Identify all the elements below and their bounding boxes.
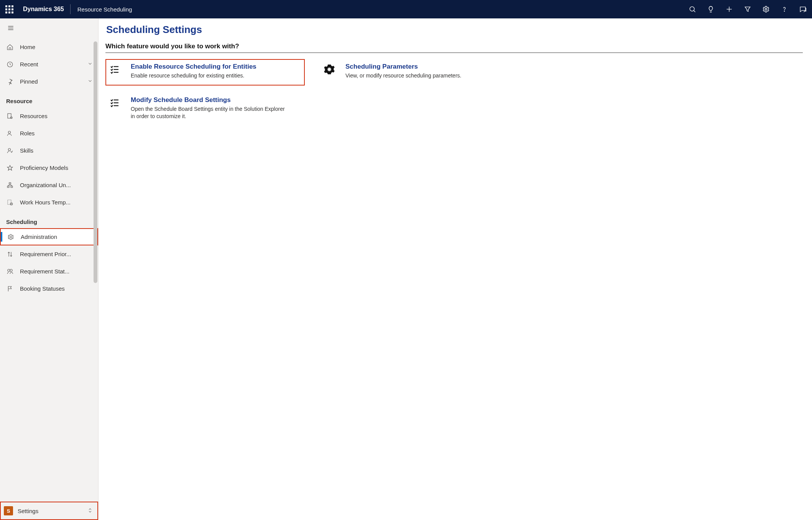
brand-label[interactable]: Dynamics 365 (18, 6, 69, 13)
org-icon (6, 181, 14, 189)
updown-icon (87, 507, 94, 515)
template-icon (6, 199, 14, 206)
skill-icon (6, 147, 14, 155)
nav-roles[interactable]: Roles (0, 125, 98, 142)
shell: Home Recent Pinned Resource Resources (0, 18, 812, 520)
funnel-icon (744, 5, 751, 13)
svg-point-12 (8, 131, 11, 133)
sidebar-scrollbar-thumb[interactable] (94, 41, 97, 283)
nav-recent-label: Recent (20, 61, 81, 67)
chat-icon (799, 5, 807, 13)
gear-icon (322, 63, 337, 75)
settings-button[interactable] (757, 0, 775, 18)
search-button[interactable] (683, 0, 702, 18)
nav-item-label: Roles (20, 130, 94, 137)
nav-item-label: Requirement Stat... (20, 268, 94, 275)
tile-title: Enable Resource Scheduling for Entities (131, 63, 301, 71)
nav-item-label: Requirement Prior... (20, 251, 94, 257)
filter-button[interactable] (738, 0, 757, 18)
nav-work-hours[interactable]: Work Hours Temp... (0, 194, 98, 211)
topbar: Dynamics 365 Resource Scheduling (0, 0, 812, 18)
svg-rect-16 (11, 186, 13, 188)
topbar-separator (70, 4, 71, 14)
chevron-down-icon (87, 61, 94, 67)
tile-column-1: Enable Resource Scheduling for Entities … (105, 59, 305, 126)
tile-desc: Open the Schedule Board Settings entity … (131, 105, 288, 120)
svg-point-21 (10, 269, 12, 272)
nav-item-label: Proficiency Models (20, 165, 94, 171)
star-icon (6, 164, 14, 172)
nav-pinned[interactable]: Pinned (0, 73, 98, 90)
flag-icon (6, 285, 14, 293)
svg-rect-15 (7, 186, 9, 188)
search-icon (689, 5, 696, 13)
clock-icon (6, 61, 14, 68)
sidebar-header (0, 18, 98, 38)
sidebar-toggle-button[interactable] (7, 25, 15, 33)
question-icon (781, 5, 788, 13)
area-label: Settings (18, 508, 83, 514)
page-title: Scheduling Settings (106, 24, 803, 36)
nav-skills[interactable]: Skills (0, 142, 98, 159)
nav-org-units[interactable]: Organizational Un... (0, 176, 98, 194)
nav-group-scheduling: Scheduling (0, 211, 98, 228)
svg-point-19 (10, 236, 12, 238)
svg-point-11 (11, 117, 13, 118)
checklist-icon (107, 96, 122, 109)
area-badge: S (4, 506, 13, 515)
nav-group-resource: Resource (0, 90, 98, 107)
tile-title: Modify Schedule Board Settings (131, 96, 301, 104)
nav-home[interactable]: Home (0, 38, 98, 56)
nav-administration[interactable]: Administration (0, 228, 98, 245)
tile-desc: Enable resource scheduling for existing … (131, 72, 288, 79)
app-name-crumb[interactable]: Resource Scheduling (72, 6, 138, 13)
nav-item-label: Work Hours Temp... (20, 199, 94, 206)
nav-booking-statuses[interactable]: Booking Statuses (0, 280, 98, 297)
gear-icon (762, 5, 770, 13)
svg-point-0 (690, 7, 694, 11)
waffle-icon (5, 5, 13, 13)
svg-line-1 (694, 10, 695, 12)
nav-item-label: Resources (20, 113, 94, 119)
pin-icon (6, 78, 14, 86)
nav-req-statuses[interactable]: Requirement Stat... (0, 263, 98, 280)
help-button[interactable] (775, 0, 794, 18)
svg-rect-17 (8, 200, 11, 204)
section-question: Which feature would you like to work wit… (105, 43, 803, 53)
chat-button[interactable] (794, 0, 812, 18)
sidebar: Home Recent Pinned Resource Resources (0, 18, 99, 520)
nav-req-priorities[interactable]: Requirement Prior... (0, 245, 98, 263)
assistant-button[interactable] (702, 0, 720, 18)
svg-rect-14 (9, 183, 11, 184)
nav-item-label: Administration (21, 234, 93, 240)
nav-resources[interactable]: Resources (0, 107, 98, 125)
nav-item-label: Skills (20, 147, 94, 154)
checklist-icon (107, 63, 122, 75)
content-area: Scheduling Settings Which feature would … (99, 18, 812, 520)
tile-title: Scheduling Parameters (345, 63, 516, 71)
nav-pinned-label: Pinned (20, 78, 81, 85)
tile-enable-rs-entities[interactable]: Enable Resource Scheduling for Entities … (105, 59, 305, 86)
svg-point-20 (8, 269, 10, 272)
tile-column-2: Scheduling Parameters View, or modify re… (320, 59, 519, 126)
tile-modify-schedule-board[interactable]: Modify Schedule Board Settings Open the … (105, 92, 305, 126)
nav-home-label: Home (20, 44, 94, 50)
chevron-down-icon (87, 78, 94, 85)
area-switcher[interactable]: S Settings (0, 502, 98, 520)
app-launcher-button[interactable] (0, 0, 18, 18)
priority-icon (6, 250, 14, 258)
topbar-icons (683, 0, 812, 18)
tile-scheduling-parameters[interactable]: Scheduling Parameters View, or modify re… (320, 59, 519, 86)
home-icon (6, 43, 14, 51)
svg-point-13 (8, 148, 11, 151)
plus-icon (725, 5, 733, 13)
svg-point-5 (784, 11, 784, 11)
nav-proficiency[interactable]: Proficiency Models (0, 159, 98, 176)
nav-recent[interactable]: Recent (0, 56, 98, 73)
status-icon (6, 268, 14, 275)
new-button[interactable] (720, 0, 738, 18)
svg-point-4 (765, 8, 767, 10)
tiles-container: Enable Resource Scheduling for Entities … (105, 59, 803, 126)
nav-item-label: Organizational Un... (20, 182, 94, 188)
nav-item-label: Booking Statuses (20, 285, 94, 292)
